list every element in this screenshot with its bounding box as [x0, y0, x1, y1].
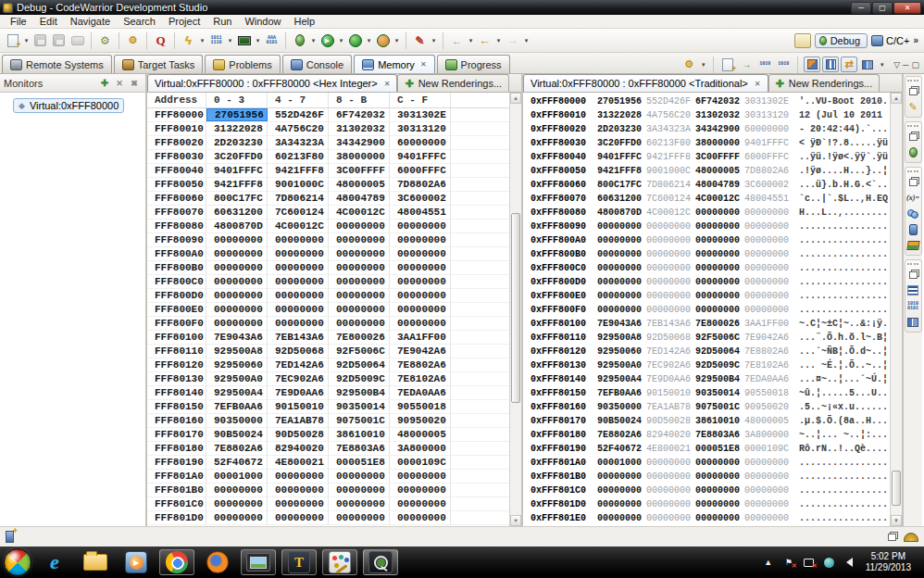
- memory-cell[interactable]: 7D806214: [646, 180, 695, 190]
- column-header-address[interactable]: Address: [147, 93, 206, 107]
- memory-cell[interactable]: 4C00012C: [268, 220, 329, 232]
- memory-cell[interactable]: 00000000: [206, 289, 268, 302]
- memory-cell[interactable]: 00000000: [597, 513, 646, 523]
- profile-icon[interactable]: [374, 31, 392, 49]
- memory-cell[interactable]: 7E8802A6: [206, 442, 268, 455]
- close-icon[interactable]: ✕: [384, 80, 391, 88]
- memory-cell[interactable]: 00000000: [329, 289, 390, 302]
- taskbar-chrome-icon[interactable]: [159, 549, 194, 575]
- address-cell[interactable]: FFF800C0: [147, 275, 206, 288]
- memory-cell[interactable]: 30313120: [744, 110, 793, 120]
- memory-cell[interactable]: 3A34323A: [268, 136, 329, 149]
- memory-cell[interactable]: 7EB143A6: [268, 331, 329, 344]
- memory-cell[interactable]: 9401FFFC: [390, 150, 451, 163]
- memory-cell[interactable]: 7EDA0AA6: [744, 374, 793, 384]
- memory-cell[interactable]: 00000000: [206, 233, 268, 246]
- memory-cell[interactable]: 2D203230: [597, 124, 646, 134]
- memory-cell[interactable]: 9421FFF8: [597, 166, 646, 176]
- scrollbar-thumb[interactable]: [892, 471, 901, 506]
- maximize-window-button[interactable]: ▢: [872, 2, 893, 14]
- drag-handle[interactable]: [907, 80, 918, 82]
- memory-cell[interactable]: 00000000: [646, 458, 695, 468]
- memory-cell[interactable]: 00000000: [390, 247, 451, 260]
- memory-cell[interactable]: 48000005: [329, 178, 390, 191]
- ascii-cell[interactable]: ................: [799, 249, 888, 259]
- tab-new-renderings[interactable]: ✚ New Renderings...: [397, 74, 509, 92]
- memory-cell[interactable]: 00000000: [329, 317, 390, 330]
- address-cell[interactable]: FFF80170: [147, 428, 206, 441]
- memory-cell[interactable]: 90150010: [646, 388, 695, 398]
- memory-cell[interactable]: 3C600002: [744, 180, 793, 190]
- memory-cell[interactable]: 7E8803A6: [695, 430, 744, 440]
- memory-cell[interactable]: 00000000: [206, 511, 268, 524]
- memory-cell[interactable]: 00000000: [597, 249, 646, 259]
- memory-cell[interactable]: 90350000: [206, 414, 268, 427]
- memory-cell[interactable]: 00000000: [744, 291, 793, 301]
- taskbar-paint-icon[interactable]: [322, 549, 357, 575]
- memory-cell[interactable]: 00000000: [695, 277, 744, 287]
- memory-cell[interactable]: 7E8102A6: [744, 360, 793, 371]
- memory-cell[interactable]: 4C00012C: [695, 194, 744, 204]
- export-memory-icon[interactable]: →: [738, 57, 755, 72]
- taskbar-firefox-icon[interactable]: [200, 549, 235, 575]
- memory-cell[interactable]: 52F40672: [206, 456, 268, 469]
- memory-cell[interactable]: 00000000: [695, 235, 744, 245]
- external-tools-dropdown[interactable]: ▾: [430, 31, 438, 49]
- ascii-cell[interactable]: .µ.$.Õ.(8a..H...: [799, 416, 888, 426]
- ascii-cell[interactable]: ................: [799, 263, 888, 273]
- memory-cell[interactable]: 3AA1FF00: [390, 331, 451, 344]
- tab-console[interactable]: Console: [282, 55, 352, 73]
- memory-cell[interactable]: 3A34323A: [646, 124, 695, 134]
- memory-cell[interactable]: 00000000: [268, 303, 329, 316]
- address-cell[interactable]: FFF80060: [147, 192, 206, 205]
- memory-cell[interactable]: 00000000: [268, 247, 329, 260]
- memory-cell[interactable]: 7EA1AB78: [268, 414, 329, 427]
- memory-cell[interactable]: 7E8802A6: [597, 430, 646, 440]
- memory-cell[interactable]: 00000000: [390, 511, 451, 524]
- memory-cell[interactable]: 92D50064: [329, 358, 390, 371]
- memory-cell[interactable]: 00000000: [695, 305, 744, 315]
- memory-cell[interactable]: 00000000: [329, 470, 390, 483]
- address-cell[interactable]: FFF80070: [147, 206, 206, 219]
- memory-cell[interactable]: 3A800000: [390, 442, 451, 455]
- memory-cell[interactable]: 0000109C: [744, 444, 793, 454]
- memory-cell[interactable]: 34342900: [695, 124, 744, 134]
- memory-cell[interactable]: 552D426F: [268, 108, 329, 121]
- address-cell[interactable]: FFF80130: [147, 372, 206, 385]
- column-header-0-3[interactable]: 0 - 3: [206, 93, 268, 107]
- memory-cell[interactable]: 60631200: [597, 194, 646, 204]
- memory-cell[interactable]: 31302032: [329, 122, 390, 135]
- action-center-flag-icon[interactable]: ⚑✕: [782, 556, 795, 569]
- memory-cell[interactable]: 38000000: [695, 138, 744, 148]
- ascii-cell[interactable]: ................: [799, 291, 888, 301]
- memory-cell[interactable]: 00000000: [268, 289, 329, 302]
- last-edit-dropdown[interactable]: ▾: [467, 31, 475, 49]
- memory-cell[interactable]: 7EC902A6: [646, 360, 695, 371]
- address-cell[interactable]: FFF80100: [147, 331, 206, 344]
- target-board-icon[interactable]: [235, 31, 253, 49]
- memory-cell[interactable]: 00000000: [390, 484, 451, 496]
- memory-cell[interactable]: 90950020: [744, 402, 793, 412]
- external-tools-icon[interactable]: ✎: [411, 31, 429, 49]
- variables-view-icon[interactable]: (x)=: [906, 192, 920, 204]
- toggle-memory-monitors-pane-icon[interactable]: [804, 57, 820, 72]
- address-cell[interactable]: 0xFFF80100: [531, 319, 597, 329]
- memory-cell[interactable]: 7EC902A6: [268, 372, 329, 385]
- memory-cell[interactable]: 7E9D0AA6: [646, 374, 695, 384]
- memory-cell[interactable]: 7E9043A6: [597, 319, 646, 329]
- memory-cell[interactable]: 00000000: [268, 497, 329, 510]
- scroll-up-icon[interactable]: ▲: [891, 93, 902, 104]
- address-cell[interactable]: FFF801C0: [147, 497, 206, 510]
- scroll-down-icon[interactable]: ▼: [510, 515, 521, 526]
- memory-cell[interactable]: 00000000: [695, 471, 744, 482]
- memory-cell[interactable]: 7EA1AB78: [646, 402, 695, 412]
- memory-cell[interactable]: 00000000: [695, 207, 744, 218]
- back-dropdown[interactable]: ▾: [494, 31, 503, 49]
- registers-view-icon[interactable]: [906, 284, 920, 296]
- address-cell[interactable]: FFF80190: [147, 456, 206, 469]
- ascii-cell[interactable]: ................: [799, 277, 888, 287]
- modules-view-icon[interactable]: [906, 316, 920, 328]
- menu-window[interactable]: Window: [238, 16, 287, 27]
- memory-cell[interactable]: 9401FFFC: [744, 138, 793, 148]
- memory-cell[interactable]: 82940020: [646, 430, 695, 440]
